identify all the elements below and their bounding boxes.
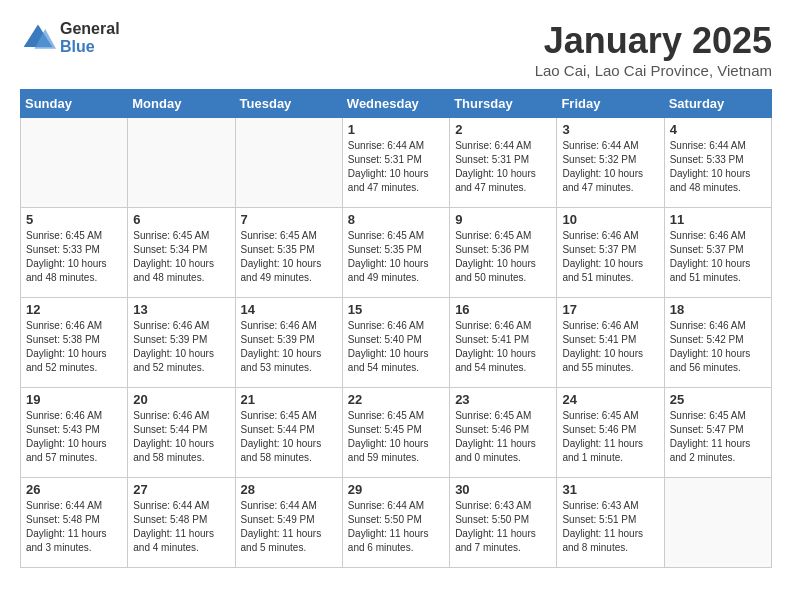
- calendar-cell: 27Sunrise: 6:44 AM Sunset: 5:48 PM Dayli…: [128, 478, 235, 568]
- logo-blue: Blue: [60, 38, 120, 56]
- day-info: Sunrise: 6:45 AM Sunset: 5:44 PM Dayligh…: [241, 409, 337, 465]
- calendar-cell: 31Sunrise: 6:43 AM Sunset: 5:51 PM Dayli…: [557, 478, 664, 568]
- calendar-cell: 2Sunrise: 6:44 AM Sunset: 5:31 PM Daylig…: [450, 118, 557, 208]
- day-number: 8: [348, 212, 444, 227]
- day-number: 13: [133, 302, 229, 317]
- calendar-cell: 21Sunrise: 6:45 AM Sunset: 5:44 PM Dayli…: [235, 388, 342, 478]
- day-info: Sunrise: 6:46 AM Sunset: 5:41 PM Dayligh…: [562, 319, 658, 375]
- col-monday: Monday: [128, 90, 235, 118]
- calendar-cell: 3Sunrise: 6:44 AM Sunset: 5:32 PM Daylig…: [557, 118, 664, 208]
- day-info: Sunrise: 6:46 AM Sunset: 5:44 PM Dayligh…: [133, 409, 229, 465]
- calendar-header: Sunday Monday Tuesday Wednesday Thursday…: [21, 90, 772, 118]
- calendar-cell: 29Sunrise: 6:44 AM Sunset: 5:50 PM Dayli…: [342, 478, 449, 568]
- day-number: 6: [133, 212, 229, 227]
- header-row: Sunday Monday Tuesday Wednesday Thursday…: [21, 90, 772, 118]
- day-number: 5: [26, 212, 122, 227]
- calendar-cell: 9Sunrise: 6:45 AM Sunset: 5:36 PM Daylig…: [450, 208, 557, 298]
- calendar-cell: 10Sunrise: 6:46 AM Sunset: 5:37 PM Dayli…: [557, 208, 664, 298]
- day-number: 17: [562, 302, 658, 317]
- day-number: 24: [562, 392, 658, 407]
- calendar-cell: 18Sunrise: 6:46 AM Sunset: 5:42 PM Dayli…: [664, 298, 771, 388]
- day-number: 31: [562, 482, 658, 497]
- day-info: Sunrise: 6:44 AM Sunset: 5:49 PM Dayligh…: [241, 499, 337, 555]
- calendar-week-2: 5Sunrise: 6:45 AM Sunset: 5:33 PM Daylig…: [21, 208, 772, 298]
- day-number: 18: [670, 302, 766, 317]
- col-friday: Friday: [557, 90, 664, 118]
- day-info: Sunrise: 6:45 AM Sunset: 5:36 PM Dayligh…: [455, 229, 551, 285]
- day-info: Sunrise: 6:45 AM Sunset: 5:34 PM Dayligh…: [133, 229, 229, 285]
- day-number: 9: [455, 212, 551, 227]
- calendar-cell: 16Sunrise: 6:46 AM Sunset: 5:41 PM Dayli…: [450, 298, 557, 388]
- day-info: Sunrise: 6:44 AM Sunset: 5:33 PM Dayligh…: [670, 139, 766, 195]
- day-number: 4: [670, 122, 766, 137]
- day-number: 22: [348, 392, 444, 407]
- day-number: 27: [133, 482, 229, 497]
- day-info: Sunrise: 6:44 AM Sunset: 5:31 PM Dayligh…: [455, 139, 551, 195]
- day-number: 29: [348, 482, 444, 497]
- col-tuesday: Tuesday: [235, 90, 342, 118]
- day-info: Sunrise: 6:44 AM Sunset: 5:48 PM Dayligh…: [26, 499, 122, 555]
- calendar-week-4: 19Sunrise: 6:46 AM Sunset: 5:43 PM Dayli…: [21, 388, 772, 478]
- day-number: 11: [670, 212, 766, 227]
- day-info: Sunrise: 6:44 AM Sunset: 5:32 PM Dayligh…: [562, 139, 658, 195]
- day-number: 19: [26, 392, 122, 407]
- col-sunday: Sunday: [21, 90, 128, 118]
- day-number: 23: [455, 392, 551, 407]
- day-number: 14: [241, 302, 337, 317]
- calendar-cell: 15Sunrise: 6:46 AM Sunset: 5:40 PM Dayli…: [342, 298, 449, 388]
- day-info: Sunrise: 6:45 AM Sunset: 5:45 PM Dayligh…: [348, 409, 444, 465]
- day-info: Sunrise: 6:45 AM Sunset: 5:35 PM Dayligh…: [241, 229, 337, 285]
- day-info: Sunrise: 6:46 AM Sunset: 5:38 PM Dayligh…: [26, 319, 122, 375]
- day-info: Sunrise: 6:44 AM Sunset: 5:50 PM Dayligh…: [348, 499, 444, 555]
- day-info: Sunrise: 6:43 AM Sunset: 5:50 PM Dayligh…: [455, 499, 551, 555]
- calendar-week-1: 1Sunrise: 6:44 AM Sunset: 5:31 PM Daylig…: [21, 118, 772, 208]
- calendar-cell: 11Sunrise: 6:46 AM Sunset: 5:37 PM Dayli…: [664, 208, 771, 298]
- col-saturday: Saturday: [664, 90, 771, 118]
- calendar-title: January 2025: [535, 20, 772, 62]
- calendar-cell: 30Sunrise: 6:43 AM Sunset: 5:50 PM Dayli…: [450, 478, 557, 568]
- day-number: 26: [26, 482, 122, 497]
- calendar-subtitle: Lao Cai, Lao Cai Province, Vietnam: [535, 62, 772, 79]
- calendar-cell: 26Sunrise: 6:44 AM Sunset: 5:48 PM Dayli…: [21, 478, 128, 568]
- day-number: 12: [26, 302, 122, 317]
- day-info: Sunrise: 6:46 AM Sunset: 5:42 PM Dayligh…: [670, 319, 766, 375]
- day-info: Sunrise: 6:46 AM Sunset: 5:41 PM Dayligh…: [455, 319, 551, 375]
- day-number: 10: [562, 212, 658, 227]
- col-thursday: Thursday: [450, 90, 557, 118]
- day-info: Sunrise: 6:45 AM Sunset: 5:33 PM Dayligh…: [26, 229, 122, 285]
- day-number: 25: [670, 392, 766, 407]
- page-header: General Blue January 2025 Lao Cai, Lao C…: [20, 20, 772, 79]
- calendar-cell: 24Sunrise: 6:45 AM Sunset: 5:46 PM Dayli…: [557, 388, 664, 478]
- day-number: 7: [241, 212, 337, 227]
- calendar-cell: [21, 118, 128, 208]
- calendar-cell: 1Sunrise: 6:44 AM Sunset: 5:31 PM Daylig…: [342, 118, 449, 208]
- calendar-cell: [235, 118, 342, 208]
- calendar-cell: [128, 118, 235, 208]
- logo-general: General: [60, 20, 120, 38]
- day-number: 20: [133, 392, 229, 407]
- day-info: Sunrise: 6:45 AM Sunset: 5:46 PM Dayligh…: [562, 409, 658, 465]
- day-number: 30: [455, 482, 551, 497]
- calendar-week-5: 26Sunrise: 6:44 AM Sunset: 5:48 PM Dayli…: [21, 478, 772, 568]
- day-number: 3: [562, 122, 658, 137]
- calendar-week-3: 12Sunrise: 6:46 AM Sunset: 5:38 PM Dayli…: [21, 298, 772, 388]
- calendar-table: Sunday Monday Tuesday Wednesday Thursday…: [20, 89, 772, 568]
- day-info: Sunrise: 6:46 AM Sunset: 5:40 PM Dayligh…: [348, 319, 444, 375]
- day-info: Sunrise: 6:45 AM Sunset: 5:47 PM Dayligh…: [670, 409, 766, 465]
- day-number: 21: [241, 392, 337, 407]
- day-number: 15: [348, 302, 444, 317]
- day-number: 28: [241, 482, 337, 497]
- calendar-cell: 28Sunrise: 6:44 AM Sunset: 5:49 PM Dayli…: [235, 478, 342, 568]
- logo-text: General Blue: [60, 20, 120, 55]
- calendar-cell: 20Sunrise: 6:46 AM Sunset: 5:44 PM Dayli…: [128, 388, 235, 478]
- calendar-cell: 19Sunrise: 6:46 AM Sunset: 5:43 PM Dayli…: [21, 388, 128, 478]
- calendar-cell: 4Sunrise: 6:44 AM Sunset: 5:33 PM Daylig…: [664, 118, 771, 208]
- calendar-cell: 14Sunrise: 6:46 AM Sunset: 5:39 PM Dayli…: [235, 298, 342, 388]
- calendar-cell: 6Sunrise: 6:45 AM Sunset: 5:34 PM Daylig…: [128, 208, 235, 298]
- calendar-cell: 22Sunrise: 6:45 AM Sunset: 5:45 PM Dayli…: [342, 388, 449, 478]
- day-number: 1: [348, 122, 444, 137]
- day-info: Sunrise: 6:46 AM Sunset: 5:43 PM Dayligh…: [26, 409, 122, 465]
- calendar-cell: 7Sunrise: 6:45 AM Sunset: 5:35 PM Daylig…: [235, 208, 342, 298]
- calendar-cell: 23Sunrise: 6:45 AM Sunset: 5:46 PM Dayli…: [450, 388, 557, 478]
- calendar-cell: 8Sunrise: 6:45 AM Sunset: 5:35 PM Daylig…: [342, 208, 449, 298]
